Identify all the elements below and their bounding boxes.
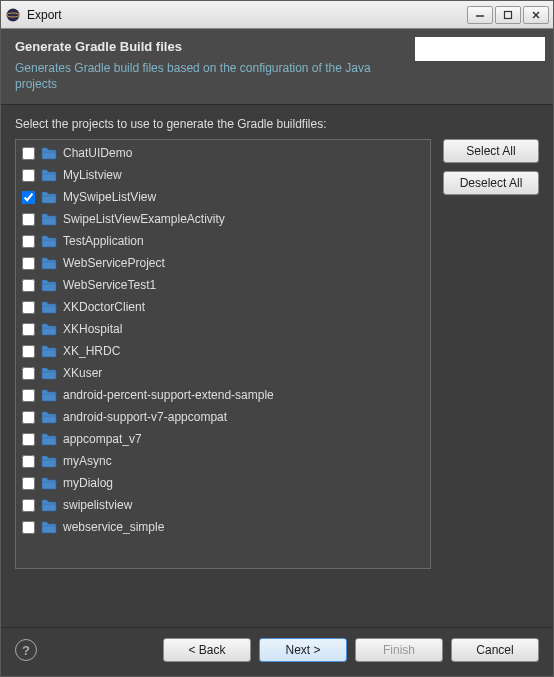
- project-item[interactable]: appcompat_v7: [18, 428, 428, 450]
- project-checkbox[interactable]: [22, 301, 35, 314]
- project-checkbox[interactable]: [22, 477, 35, 490]
- project-item[interactable]: XK_HRDC: [18, 340, 428, 362]
- help-icon[interactable]: ?: [15, 639, 37, 661]
- minimize-button[interactable]: [467, 6, 493, 24]
- project-name: myDialog: [63, 476, 113, 490]
- folder-icon: [41, 476, 57, 490]
- wizard-banner: [415, 37, 545, 61]
- project-list[interactable]: ChatUIDemoMyListviewMySwipeListViewSwipe…: [15, 139, 431, 569]
- project-item[interactable]: SwipeListViewExampleActivity: [18, 208, 428, 230]
- project-name: swipelistview: [63, 498, 132, 512]
- project-name: appcompat_v7: [63, 432, 142, 446]
- folder-icon: [41, 322, 57, 336]
- folder-icon: [41, 300, 57, 314]
- project-checkbox[interactable]: [22, 323, 35, 336]
- project-item[interactable]: android-percent-support-extend-sample: [18, 384, 428, 406]
- close-button[interactable]: [523, 6, 549, 24]
- folder-icon: [41, 212, 57, 226]
- next-button[interactable]: Next >: [259, 638, 347, 662]
- project-item[interactable]: myDialog: [18, 472, 428, 494]
- folder-icon: [41, 256, 57, 270]
- cancel-button[interactable]: Cancel: [451, 638, 539, 662]
- project-item[interactable]: myAsync: [18, 450, 428, 472]
- folder-icon: [41, 344, 57, 358]
- folder-icon: [41, 520, 57, 534]
- project-checkbox[interactable]: [22, 521, 35, 534]
- project-item[interactable]: XKDoctorClient: [18, 296, 428, 318]
- folder-icon: [41, 366, 57, 380]
- project-name: XKDoctorClient: [63, 300, 145, 314]
- project-name: myAsync: [63, 454, 112, 468]
- project-item[interactable]: webservice_simple: [18, 516, 428, 538]
- folder-icon: [41, 146, 57, 160]
- project-checkbox[interactable]: [22, 411, 35, 424]
- folder-icon: [41, 498, 57, 512]
- select-all-button[interactable]: Select All: [443, 139, 539, 163]
- project-item[interactable]: WebServiceTest1: [18, 274, 428, 296]
- project-checkbox[interactable]: [22, 147, 35, 160]
- project-checkbox[interactable]: [22, 279, 35, 292]
- wizard-description: Generates Gradle build files based on th…: [15, 60, 385, 92]
- project-item[interactable]: MySwipeListView: [18, 186, 428, 208]
- project-name: webservice_simple: [63, 520, 164, 534]
- project-name: XKuser: [63, 366, 102, 380]
- project-name: MyListview: [63, 168, 122, 182]
- project-checkbox[interactable]: [22, 345, 35, 358]
- project-checkbox[interactable]: [22, 499, 35, 512]
- back-button[interactable]: < Back: [163, 638, 251, 662]
- folder-icon: [41, 388, 57, 402]
- project-name: ChatUIDemo: [63, 146, 132, 160]
- project-name: WebServiceTest1: [63, 278, 156, 292]
- project-checkbox[interactable]: [22, 169, 35, 182]
- project-checkbox[interactable]: [22, 191, 35, 204]
- window-title: Export: [27, 8, 467, 22]
- project-name: android-percent-support-extend-sample: [63, 388, 274, 402]
- project-checkbox[interactable]: [22, 257, 35, 270]
- folder-icon: [41, 168, 57, 182]
- project-item[interactable]: MyListview: [18, 164, 428, 186]
- deselect-all-button[interactable]: Deselect All: [443, 171, 539, 195]
- project-checkbox[interactable]: [22, 213, 35, 226]
- folder-icon: [41, 454, 57, 468]
- finish-button: Finish: [355, 638, 443, 662]
- project-checkbox[interactable]: [22, 235, 35, 248]
- eclipse-icon: [5, 7, 21, 23]
- folder-icon: [41, 278, 57, 292]
- folder-icon: [41, 190, 57, 204]
- project-name: XKHospital: [63, 322, 122, 336]
- project-item[interactable]: XKHospital: [18, 318, 428, 340]
- project-item[interactable]: swipelistview: [18, 494, 428, 516]
- list-side-buttons: Select All Deselect All: [443, 139, 539, 195]
- project-name: SwipeListViewExampleActivity: [63, 212, 225, 226]
- folder-icon: [41, 410, 57, 424]
- project-item[interactable]: TestApplication: [18, 230, 428, 252]
- project-name: WebServiceProject: [63, 256, 165, 270]
- project-checkbox[interactable]: [22, 389, 35, 402]
- titlebar: Export: [1, 1, 553, 29]
- project-item[interactable]: android-support-v7-appcompat: [18, 406, 428, 428]
- svg-point-0: [7, 8, 20, 21]
- folder-icon: [41, 432, 57, 446]
- project-checkbox[interactable]: [22, 455, 35, 468]
- project-select-label: Select the projects to use to generate t…: [15, 117, 539, 131]
- project-checkbox[interactable]: [22, 433, 35, 446]
- export-window: Export Generate Gradle Build files Gener…: [0, 0, 554, 677]
- project-name: android-support-v7-appcompat: [63, 410, 227, 424]
- project-item[interactable]: WebServiceProject: [18, 252, 428, 274]
- wizard-footer: ? < Back Next > Finish Cancel: [1, 627, 553, 676]
- project-name: MySwipeListView: [63, 190, 156, 204]
- project-item[interactable]: ChatUIDemo: [18, 142, 428, 164]
- project-name: TestApplication: [63, 234, 144, 248]
- window-controls: [467, 6, 549, 24]
- maximize-button[interactable]: [495, 6, 521, 24]
- wizard-header: Generate Gradle Build files Generates Gr…: [1, 29, 553, 105]
- project-name: XK_HRDC: [63, 344, 120, 358]
- folder-icon: [41, 234, 57, 248]
- content-row: ChatUIDemoMyListviewMySwipeListViewSwipe…: [15, 139, 539, 615]
- project-checkbox[interactable]: [22, 367, 35, 380]
- wizard-content: Select the projects to use to generate t…: [1, 105, 553, 627]
- svg-rect-3: [505, 11, 512, 18]
- project-item[interactable]: XKuser: [18, 362, 428, 384]
